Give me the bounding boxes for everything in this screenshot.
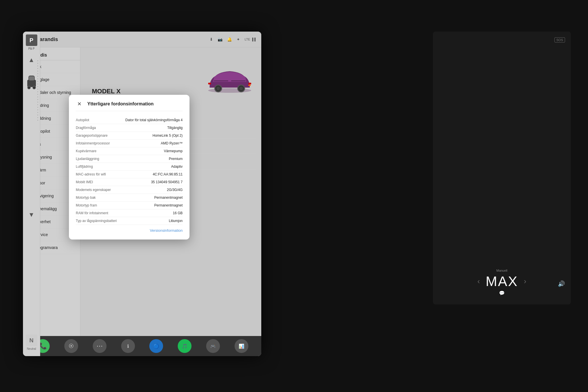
volume-icon: 🔊 — [558, 280, 565, 287]
modal-key-infotainment: Infotainmentprocessor — [76, 141, 122, 145]
left-arrow-button[interactable]: ‹ — [477, 277, 480, 286]
header-bar: 👤 Parandis ⬇ 📷 🔔 ✦ LTE ▐▐ — [23, 32, 261, 47]
info-button[interactable]: ℹ — [121, 339, 135, 353]
gear-n-button[interactable]: N — [26, 335, 37, 346]
tesla-screen: 👤 Parandis ⬇ 📷 🔔 ✦ LTE ▐▐ P På P ▲ — [23, 32, 261, 356]
right-passenger-panel: SOS Manuell ‹ MAX › 💬 🔊 — [433, 32, 571, 304]
gear-p-label: På P — [28, 47, 35, 50]
chat-icon: 💬 — [477, 290, 526, 296]
modal-value-motor-fram: Permanentmagnet — [154, 203, 183, 207]
svg-point-3 — [33, 86, 36, 89]
modal-key-batteri: Typ av lågspänningsbatteri — [76, 219, 122, 223]
right-manual-label: Manuell — [477, 269, 526, 272]
modal-row-ljud: Ljudanläggning Premium — [76, 155, 183, 163]
modal-value-ram: 16 GB — [173, 211, 183, 215]
modal-row-ram: RAM för infotainment 16 GB — [76, 209, 183, 217]
modal-row-imei: Mobilt IMEI 35 134049 504951 7 — [76, 178, 183, 186]
modal-value-dragformaga: Tillgänglig — [167, 126, 183, 130]
modal-row-dragformaga: Dragförmåga Tillgänglig — [76, 124, 183, 132]
signal-icon: LTE ▐▐ — [245, 38, 256, 41]
modal-value-motor-bak: Permanentmagnet — [154, 196, 183, 200]
svg-point-10 — [216, 87, 220, 90]
modal-value-autopilot: Dator för total självkörningsförmåga 4 — [125, 118, 183, 122]
modal-value-ljud: Premium — [169, 157, 183, 161]
gear-n-label: Neutral — [27, 347, 36, 350]
modal-title: Ytterligare fordonsinformation — [87, 101, 154, 107]
modal-value-imei: 35 134049 504951 7 — [151, 180, 183, 184]
modal-key-ljud: Ljudanläggning — [76, 157, 122, 161]
modal-row-motor-bak: Motortyp bak Permanentmagnet — [76, 194, 183, 202]
sos-badge: SOS — [554, 37, 565, 43]
spotify-button[interactable]: 🎵 — [178, 339, 192, 353]
bell-icon: 🔔 — [227, 37, 232, 42]
right-panel-controls: Manuell ‹ MAX › 💬 — [477, 269, 526, 296]
right-arrow-button[interactable]: › — [524, 277, 527, 286]
modal-key-modem: Modemets egenskaper — [76, 188, 122, 192]
svg-rect-7 — [231, 80, 245, 81]
modal-key-garageport: Garageportsöppnare — [76, 134, 122, 138]
svg-rect-13 — [248, 85, 251, 86]
settings-icon: ✦ — [237, 37, 240, 42]
modal-row-modem: Modemets egenskaper 2G/3G/4G — [76, 186, 183, 194]
modal-row-motor-fram: Motortyp fram Permanentmagnet — [76, 202, 183, 209]
modal-value-garageport: HomeLink 5 (Opt 2) — [152, 134, 183, 138]
car-image-area — [204, 65, 256, 99]
modal-header: ✕ Ytterligare fordonsinformation — [76, 101, 183, 111]
download-icon: ⬇ — [210, 37, 213, 42]
modal-key-dragformaga: Dragförmåga — [76, 126, 122, 130]
bluetooth-button[interactable]: 🔵 — [149, 339, 163, 353]
arrow-down-button[interactable]: ▼ — [26, 210, 37, 220]
svg-rect-6 — [214, 80, 228, 81]
car-sidebar-icon — [25, 70, 38, 93]
modal-value-batteri: Litiumjon — [169, 219, 183, 223]
modal-key-motor-bak: Motortyp bak — [76, 196, 122, 200]
max-label: MAX — [486, 273, 518, 289]
svg-point-2 — [28, 86, 30, 89]
modal-close-button[interactable]: ✕ — [76, 101, 83, 107]
modal-key-kupevärmare: Kupévärmare — [76, 149, 122, 153]
modal-key-motor-fram: Motortyp fram — [76, 203, 122, 207]
modal-key-imei: Mobilt IMEI — [76, 180, 122, 184]
modal-row-infotainment: Infotainmentprocessor AMD Ryzen™ — [76, 140, 183, 147]
modal-row-mac: MAC-adress för wifi 4C:FC:AA:96:85:11 — [76, 171, 183, 178]
modal-row-autopilot: Autopilot Dator för total självkörningsf… — [76, 116, 183, 124]
modal-value-luftfjadring: Adaptiv — [171, 165, 183, 169]
gear-sidebar: P På P ▲ — [23, 32, 40, 356]
modal-key-mac: MAC-adress för wifi — [76, 172, 122, 176]
modal-value-kupevärmare: Värmepump — [164, 149, 183, 153]
camera-button[interactable]: ⦿ — [64, 339, 78, 353]
arrow-up-button[interactable]: ▲ — [26, 55, 37, 65]
modal-key-ram: RAM för infotainment — [76, 211, 122, 215]
tesla-taskbar: 📞 ⦿ ⋯ ℹ 🔵 🎵 🎮 📊 — [23, 336, 261, 356]
modal-row-kupevärmare: Kupévärmare Värmepump — [76, 147, 183, 155]
svg-rect-4 — [29, 76, 34, 80]
vehicle-info-modal: ✕ Ytterligare fordonsinformation Autopil… — [69, 95, 189, 240]
svg-point-11 — [239, 87, 243, 90]
apps-button[interactable]: 🎮 — [206, 339, 220, 353]
modal-value-infotainment: AMD Ryzen™ — [161, 141, 183, 145]
svg-rect-14 — [208, 83, 211, 84]
modal-key-luftfjadring: Luftfjädring — [76, 165, 122, 169]
stats-button[interactable]: 📊 — [235, 339, 248, 353]
modal-row-garageport: Garageportsöppnare HomeLink 5 (Opt 2) — [76, 132, 183, 140]
modal-value-modem: 2G/3G/4G — [167, 188, 183, 192]
gear-p-button[interactable]: P — [26, 34, 37, 46]
header-icons: ⬇ 📷 🔔 ✦ LTE ▐▐ — [210, 37, 256, 42]
modal-value-mac: 4C:FC:AA:96:85:11 — [153, 172, 183, 176]
svg-rect-12 — [248, 83, 251, 84]
modal-row-luftfjadring: Luftfjädring Adaptiv — [76, 163, 183, 171]
version-info-link[interactable]: Versionsinformation — [76, 228, 183, 233]
modal-row-batteri: Typ av lågspänningsbatteri Litiumjon — [76, 217, 183, 225]
dots-decoration — [36, 60, 39, 299]
modal-key-autopilot: Autopilot — [76, 118, 122, 122]
dots-button[interactable]: ⋯ — [93, 339, 107, 353]
camera-icon: 📷 — [218, 37, 223, 42]
